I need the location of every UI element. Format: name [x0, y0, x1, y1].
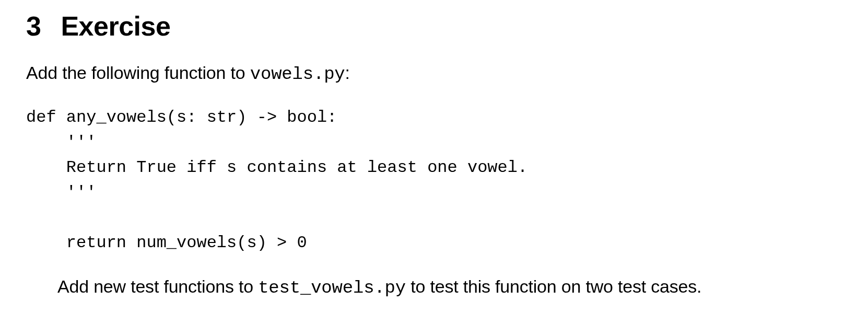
intro-text-before: Add the following function to [26, 63, 250, 83]
intro-text-after: : [345, 63, 350, 83]
outro-text-after: to test this function on two test cases. [406, 276, 701, 296]
intro-filename: vowels.py [250, 64, 345, 84]
section-title: Exercise [61, 11, 170, 41]
section-number: 3 [26, 10, 41, 42]
code-block: def any_vowels(s: str) -> bool: ''' Retu… [26, 105, 842, 256]
outro-filename: test_vowels.py [258, 278, 406, 298]
section-heading: 3Exercise [26, 10, 842, 42]
intro-paragraph: Add the following function to vowels.py: [26, 63, 842, 84]
outro-text-before: Add new test functions to [57, 276, 258, 296]
outro-paragraph: Add new test functions to test_vowels.py… [57, 276, 842, 298]
